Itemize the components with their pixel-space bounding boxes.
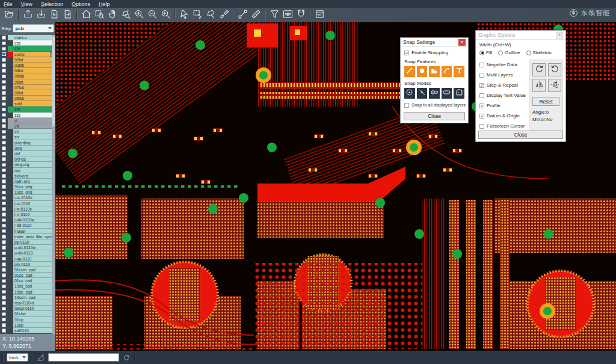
layer-visibility-checkbox[interactable] [0, 212, 8, 217]
layer-color-swatch[interactable] [8, 256, 13, 262]
checkbox-datum-origin[interactable]: ✓Datum & Origin [476, 111, 529, 121]
layer-row-09lsb[interactable]: 09lsb [0, 96, 55, 101]
layer-row-01ccm_cad[interactable]: 01ccm_cad [0, 267, 55, 273]
layer-visibility-checkbox[interactable] [0, 223, 8, 228]
layer-visibility-checkbox[interactable] [0, 73, 8, 79]
radio-fill[interactable]: Fill [479, 50, 492, 55]
filter-funnel-button[interactable] [268, 9, 281, 21]
layer-visibility-checkbox[interactable] [0, 146, 8, 151]
layer-color-swatch[interactable] [8, 245, 13, 250]
layer-color-swatch[interactable] [8, 85, 13, 90]
layer-row-i-rr-0110[interactable]: i-rr-0110 [0, 212, 55, 217]
layer-row-05lsb[interactable]: 05lsb [0, 73, 55, 79]
layer-color-swatch[interactable] [8, 101, 13, 106]
layer-color-swatch[interactable] [8, 179, 13, 184]
radio-skeleton[interactable]: Skeleton [526, 50, 552, 55]
layer-row-css[interactable]: css [0, 40, 55, 46]
layer-color-swatch[interactable] [8, 234, 13, 239]
layer-row-07lsb[interactable]: 07lsb [0, 85, 55, 90]
layer-visibility-checkbox[interactable] [0, 46, 8, 51]
layer-row-i-dd-0110[interactable]: i-dd-0110 [0, 223, 55, 228]
layer-visibility-checkbox[interactable] [0, 234, 8, 239]
layer-color-swatch[interactable] [8, 90, 13, 96]
pan-hand-button[interactable] [106, 9, 119, 21]
layer-visibility-checkbox[interactable] [0, 162, 8, 167]
layer-visibility-checkbox[interactable] [0, 156, 8, 162]
layer-visibility-checkbox[interactable] [0, 206, 8, 212]
layer-color-swatch[interactable] [8, 140, 13, 146]
layer-row-03lsb[interactable]: 03lsb [0, 63, 55, 68]
layer-visibility-checkbox[interactable] [0, 229, 8, 234]
rotate-ccw-button[interactable] [548, 63, 561, 76]
zoom-out-button[interactable] [146, 9, 159, 21]
layer-visibility-checkbox[interactable] [0, 245, 8, 250]
snap-all-layers-checkbox[interactable]: Snap to all displayed layers [401, 102, 468, 108]
view-eye-button[interactable] [281, 9, 294, 21]
layer-row-01cs_orig[interactable]: 01cs_orig [0, 184, 55, 190]
layer-color-swatch[interactable] [8, 273, 13, 278]
layer-color-swatch[interactable] [8, 195, 13, 200]
layer-visibility-checkbox[interactable] [0, 262, 8, 267]
layer-color-swatch[interactable] [8, 57, 13, 63]
reset-button[interactable]: Reset [532, 97, 559, 106]
layer-visibility-checkbox[interactable] [0, 90, 8, 96]
layer-row-comp[interactable]: compB [0, 52, 55, 57]
layer-visibility-checkbox[interactable] [0, 79, 8, 85]
layer-row-2d[interactable]: 2d [0, 123, 55, 129]
layer-row-08lst[interactable]: 08lst [0, 90, 55, 96]
radio-outline[interactable]: Outline [498, 50, 520, 55]
layer-visibility-checkbox[interactable] [0, 190, 8, 195]
layer-row-10scm_cad[interactable]: 10scm_cad [0, 295, 55, 300]
measure-line-button[interactable] [236, 9, 249, 21]
layer-visibility-checkbox[interactable] [0, 311, 8, 316]
layer-row-rou[interactable]: rou [0, 168, 55, 173]
layer-visibility-checkbox[interactable] [0, 195, 8, 200]
layer-color-swatch[interactable] [8, 317, 13, 322]
layer-visibility-checkbox[interactable] [0, 96, 8, 101]
layer-color-swatch[interactable] [8, 283, 13, 289]
layer-row-pe-0110[interactable]: pe-0110 [0, 239, 55, 245]
snap-magnet-button[interactable] [294, 9, 307, 21]
layer-row-u-dd-0110w[interactable]: u-dd-0110w [0, 245, 55, 250]
layer-color-swatch[interactable] [8, 300, 13, 306]
layer-color-swatch[interactable] [8, 184, 13, 190]
layer-row-10sp[interactable]: 10sp [0, 322, 55, 328]
layer-row-inner_auto_film_symb[interactable]: inner_auto_film_symb [0, 234, 55, 239]
layer-visibility-checkbox[interactable] [0, 140, 8, 146]
layer-color-swatch[interactable] [8, 267, 13, 273]
mirror-vertical-button[interactable] [548, 79, 561, 92]
checkbox-step-repeat[interactable]: ✓Step & Repeat [476, 80, 529, 90]
layer-color-swatch[interactable] [8, 35, 13, 40]
layer-row-i-dd-0110w[interactable]: i-dd-0110w [0, 217, 55, 223]
layer-row-f-layer[interactable]: f-layer [0, 229, 55, 234]
layer-row-02lst[interactable]: 02lst [0, 57, 55, 63]
layer-color-swatch[interactable] [8, 96, 13, 101]
layer-row-10se_cad[interactable]: 10se_cad [0, 289, 55, 295]
layer-row-pin-0110[interactable]: pin-0110 [0, 262, 55, 267]
layer-color-swatch[interactable] [8, 223, 13, 228]
rotate-cw-button[interactable] [532, 63, 546, 76]
checkbox-display-text-value[interactable]: Display Text Value [476, 90, 529, 100]
zoom-previous-button[interactable] [159, 9, 172, 21]
checkbox-fullscreen-cursor[interactable]: Fullscreen Cursor [476, 121, 529, 131]
layer-color-swatch[interactable] [8, 206, 13, 212]
layer-row-sss[interactable]: sss [0, 113, 55, 118]
layer-color-swatch[interactable] [8, 168, 13, 173]
layer-visibility-checkbox[interactable] [0, 278, 8, 283]
layer-color-swatch[interactable] [8, 190, 13, 195]
layer-row-targ3-0110[interactable]: targ3-0110 [0, 306, 55, 311]
layer-color-swatch[interactable] [8, 311, 13, 316]
zoom-polygon-button[interactable] [119, 9, 132, 21]
close-icon[interactable]: ✕ [458, 39, 466, 46]
profile-corner-icon[interactable] [36, 353, 45, 362]
layer-row-sn[interactable]: sn [0, 134, 55, 140]
layer-color-swatch[interactable] [8, 289, 13, 295]
save-out-button[interactable] [34, 9, 48, 21]
menu-help[interactable]: Help [99, 1, 110, 7]
layer-color-swatch[interactable] [8, 151, 13, 156]
layer-color-swatch[interactable] [8, 239, 13, 245]
layer-list-scrollbar[interactable] [52, 35, 55, 334]
layer-visibility-checkbox[interactable] [0, 123, 8, 129]
graphic-dialog-titlebar[interactable]: Graphic Options ✕ [476, 31, 565, 40]
layer-visibility-checkbox[interactable] [0, 250, 8, 256]
